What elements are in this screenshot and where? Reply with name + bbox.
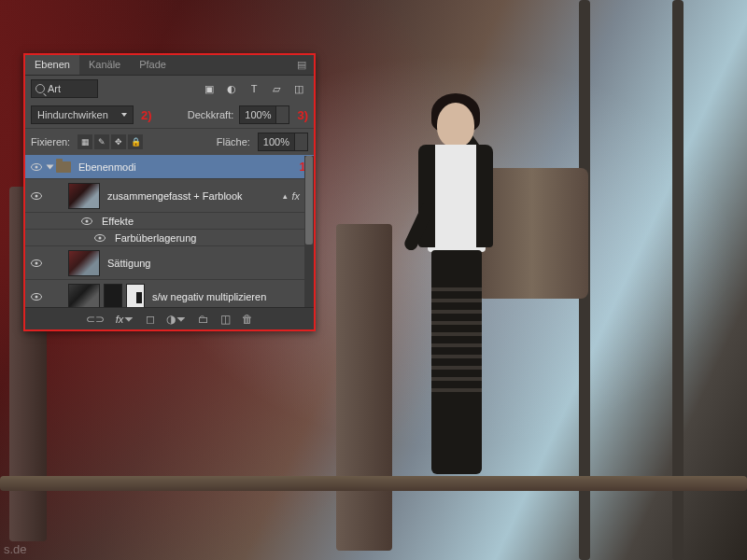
annotation-3: 3): [297, 108, 308, 122]
effects-label: Effekte: [98, 216, 310, 227]
visibility-toggle[interactable]: [29, 190, 44, 202]
effects-row[interactable]: Effekte: [25, 213, 314, 230]
watermark: s.de: [4, 542, 27, 556]
lock-label: Fixieren:: [31, 136, 70, 147]
filter-smart-icon[interactable]: ◫: [289, 79, 308, 98]
layer-group-row[interactable]: Ebenenmodi 1): [25, 155, 314, 179]
panel-menu-icon[interactable]: ▤: [289, 55, 314, 75]
link-layers-icon[interactable]: ⊂⊃: [86, 313, 105, 326]
filter-type-icon[interactable]: T: [245, 79, 263, 98]
svg-point-9: [35, 261, 38, 264]
bg-rail: [0, 476, 747, 491]
visibility-toggle[interactable]: [79, 216, 94, 227]
fx-badge[interactable]: fx: [291, 190, 300, 202]
chevron-down-icon[interactable]: [275, 106, 289, 123]
filter-label: Art: [48, 83, 61, 94]
blend-mode-select[interactable]: Hindurchwirken: [31, 105, 134, 124]
filter-shape-icon[interactable]: ▱: [267, 79, 286, 98]
lock-transparency-icon[interactable]: ▦: [78, 134, 92, 149]
visibility-toggle[interactable]: [29, 291, 44, 302]
layer-name[interactable]: Ebenenmodi: [75, 161, 291, 173]
layer-mask-icon[interactable]: ◻: [146, 313, 155, 326]
layer-thumbnail[interactable]: [68, 284, 100, 310]
layer-name[interactable]: zusammengefasst + Farblook: [104, 190, 279, 202]
delete-layer-icon[interactable]: 🗑: [242, 313, 253, 326]
layer-mask-thumbnail[interactable]: [126, 284, 145, 310]
lock-all-icon[interactable]: 🔒: [128, 134, 143, 149]
filter-adjust-icon[interactable]: ◐: [222, 79, 241, 98]
panel-tabs: Ebenen Kanäle Pfade ▤: [25, 55, 314, 76]
new-group-icon[interactable]: 🗀: [198, 313, 209, 326]
effect-name: Farbüberlagerung: [111, 232, 310, 244]
layer-thumbnail[interactable]: [68, 250, 100, 276]
opacity-input[interactable]: 100%: [239, 105, 289, 124]
scrollbar-thumb[interactable]: [305, 156, 313, 245]
fill-input[interactable]: 100%: [258, 133, 308, 151]
layers-toolbar: ⊂⊃ fx⏷ ◻ ◑⏷ 🗀 ◫ 🗑: [25, 307, 314, 329]
chevron-down-icon[interactable]: [294, 133, 307, 150]
svg-point-7: [99, 236, 102, 239]
svg-point-1: [35, 165, 38, 168]
fx-up-icon[interactable]: ▴: [283, 191, 288, 201]
tab-layers[interactable]: Ebenen: [25, 55, 79, 75]
tab-channels[interactable]: Kanäle: [79, 55, 130, 75]
opacity-label: Deckkraft:: [188, 109, 234, 120]
layer-list: Ebenenmodi 1) zusammengefasst + Farblook…: [25, 155, 314, 323]
adjustment-layer-icon[interactable]: ◑⏷: [166, 313, 187, 326]
visibility-toggle[interactable]: [92, 232, 107, 244]
svg-point-5: [86, 219, 89, 222]
expand-toggle[interactable]: [47, 164, 54, 169]
svg-point-3: [35, 194, 38, 197]
layers-panel: Ebenen Kanäle Pfade ▤ Art ▣ ◐ T ▱ ◫ Hind…: [23, 53, 316, 331]
tab-paths[interactable]: Pfade: [130, 55, 176, 75]
layer-filter-type[interactable]: Art: [31, 79, 98, 98]
layer-row[interactable]: zusammengefasst + Farblook ▴ fx ▾: [25, 179, 314, 213]
visibility-toggle[interactable]: [29, 161, 44, 173]
photo-subject: [392, 93, 523, 485]
blend-mode-value: Hindurchwirken: [37, 109, 108, 120]
layer-name[interactable]: s/w negativ multiplizieren: [148, 291, 310, 302]
layer-thumbnail[interactable]: [104, 284, 122, 310]
svg-point-11: [35, 295, 38, 298]
fill-value: 100%: [259, 136, 294, 147]
search-icon: [35, 84, 45, 93]
lock-position-icon[interactable]: ✥: [111, 134, 126, 149]
opacity-value: 100%: [240, 109, 275, 120]
effect-row[interactable]: Farbüberlagerung: [25, 230, 314, 246]
layer-name[interactable]: Sättigung: [104, 258, 310, 269]
lock-pixels-icon[interactable]: ✎: [94, 134, 109, 149]
layer-style-icon[interactable]: fx⏷: [116, 313, 135, 326]
layer-thumbnail[interactable]: [68, 183, 100, 209]
layer-row[interactable]: Sättigung: [25, 246, 314, 280]
annotation-2: 2): [141, 108, 152, 122]
folder-icon: [56, 161, 71, 173]
chevron-down-icon: [121, 113, 127, 117]
visibility-toggle[interactable]: [29, 258, 44, 269]
new-layer-icon[interactable]: ◫: [220, 313, 231, 326]
bg-pipe: [336, 224, 392, 551]
filter-pixel-icon[interactable]: ▣: [200, 79, 218, 98]
fill-label: Fläche:: [217, 136, 250, 147]
